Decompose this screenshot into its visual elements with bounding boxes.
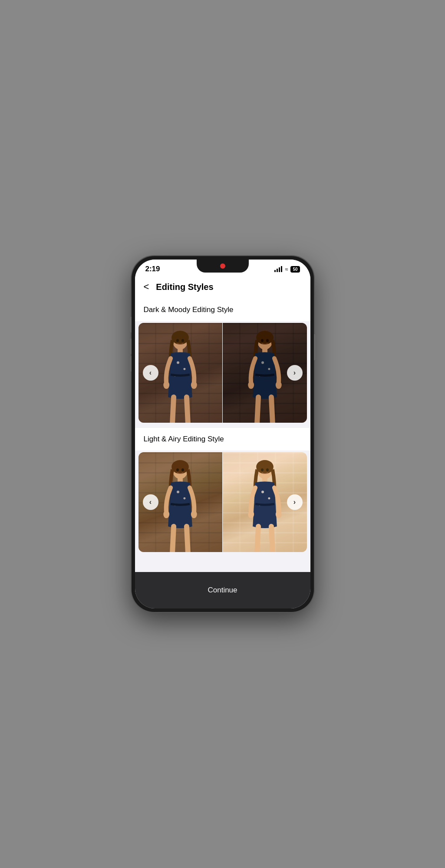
svg-point-14 (268, 368, 270, 370)
svg-point-13 (261, 361, 264, 364)
svg-point-21 (171, 460, 189, 473)
svg-point-16 (248, 381, 254, 389)
phone-frame: 2:19 ≈ 50 < Editing Styles (132, 256, 314, 612)
svg-point-24 (184, 497, 186, 499)
svg-point-27 (191, 510, 197, 518)
light-airy-card: ‹ (138, 452, 307, 552)
svg-point-37 (276, 510, 282, 518)
back-button[interactable]: < (144, 281, 149, 293)
continue-button[interactable]: Continue (144, 579, 302, 602)
signal-bar-1 (274, 270, 276, 272)
bottom-bar: Continue (135, 572, 310, 608)
svg-point-29 (181, 468, 184, 471)
light-airy-after-slot: › (223, 452, 307, 552)
header: < Editing Styles (135, 276, 310, 299)
dark-moody-before-slot: ‹ (138, 323, 223, 423)
signal-bar-3 (279, 267, 280, 272)
dark-moody-before-photo: ‹ (138, 323, 223, 423)
bottom-spacer (135, 554, 310, 572)
light-airy-before-photo: ‹ (138, 452, 223, 552)
phone-inner: 2:19 ≈ 50 < Editing Styles (135, 260, 310, 608)
dark-moody-prev-button[interactable]: ‹ (143, 365, 158, 381)
light-airy-before-slot: ‹ (138, 452, 223, 552)
person-before-dark (151, 328, 210, 423)
person-before-light (151, 457, 210, 552)
status-icons: ≈ 50 (274, 266, 300, 273)
dark-moody-after-slot: › (223, 323, 307, 423)
dark-moody-photo-pair: ‹ (138, 323, 307, 423)
svg-point-23 (177, 490, 179, 493)
svg-point-38 (261, 468, 264, 471)
light-airy-prev-button[interactable]: ‹ (143, 494, 158, 510)
light-airy-photo-pair: ‹ (138, 452, 307, 552)
dark-moody-next-button[interactable]: › (287, 365, 303, 381)
light-airy-next-button[interactable]: › (287, 494, 303, 510)
svg-point-17 (276, 381, 282, 389)
svg-point-39 (266, 468, 269, 471)
svg-point-8 (176, 339, 179, 342)
content-area: Dark & Moody Editing Style (135, 299, 310, 572)
spacer-1 (135, 424, 310, 428)
light-airy-label: Light & Airy Editing Style (135, 428, 310, 450)
dark-moody-label: Dark & Moody Editing Style (135, 299, 310, 321)
signal-bars (274, 266, 282, 272)
status-notch (197, 260, 249, 273)
person-after-dark (235, 328, 294, 423)
signal-bar-2 (277, 269, 278, 272)
status-time: 2:19 (145, 265, 160, 273)
svg-point-9 (181, 339, 184, 342)
svg-point-26 (164, 510, 170, 518)
page-title: Editing Styles (156, 282, 213, 292)
svg-point-19 (266, 339, 269, 342)
dark-moody-after-photo: › (223, 323, 307, 423)
status-bar: 2:19 ≈ 50 (135, 260, 310, 276)
person-after-light (235, 457, 294, 552)
battery-indicator: 50 (290, 266, 300, 273)
svg-point-3 (177, 361, 179, 364)
notch-camera (220, 263, 225, 269)
svg-point-1 (171, 330, 189, 344)
wifi-icon: ≈ (285, 266, 288, 273)
light-airy-after-photo: › (223, 452, 307, 552)
svg-point-18 (261, 339, 264, 342)
svg-point-7 (191, 381, 197, 389)
svg-point-4 (184, 368, 186, 370)
svg-point-28 (176, 468, 179, 471)
svg-point-11 (256, 330, 274, 344)
dark-moody-card: ‹ (138, 323, 307, 423)
svg-point-31 (256, 460, 274, 473)
svg-point-36 (248, 510, 254, 518)
svg-point-6 (164, 381, 170, 389)
svg-point-34 (268, 497, 270, 499)
svg-point-33 (261, 490, 264, 493)
signal-bar-4 (281, 266, 282, 272)
